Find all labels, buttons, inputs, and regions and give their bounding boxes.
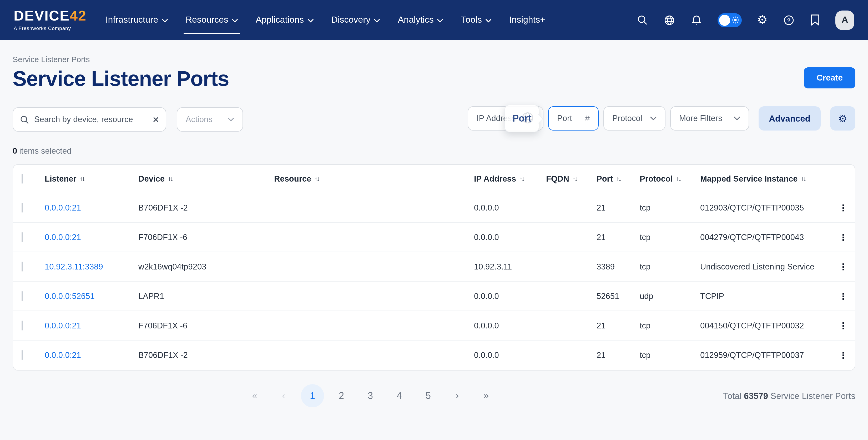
mapped-service-cell: 004279/QTCP/QTFTP00043 <box>700 232 832 242</box>
listener-link[interactable]: 0.0.0.0:21 <box>45 321 81 330</box>
listener-link[interactable]: 0.0.0.0:21 <box>45 232 81 241</box>
page-button-3[interactable]: 3 <box>359 384 382 407</box>
column-header-port[interactable]: Port↑↓ <box>596 174 640 183</box>
pagination-row: « ‹ 1 2 3 4 5 › » Total 63579 Service Li… <box>12 383 856 408</box>
protocol-cell: tcp <box>640 232 700 242</box>
row-menu-kebab-icon[interactable]: ⋮ <box>832 202 855 213</box>
mapped-service-cell: Undiscovered Listening Service <box>700 262 832 271</box>
listener-link[interactable]: 10.92.3.11:3389 <box>45 262 103 271</box>
nav-item-tools[interactable]: Tools <box>461 9 491 31</box>
sort-icon: ↑↓ <box>801 175 806 182</box>
row-checkbox[interactable] <box>22 202 23 212</box>
protocol-cell: udp <box>640 291 700 301</box>
create-button[interactable]: Create <box>804 67 856 88</box>
row-checkbox[interactable] <box>22 261 23 271</box>
page-button-1[interactable]: 1 <box>301 384 324 407</box>
bell-icon[interactable] <box>691 14 703 26</box>
help-icon[interactable]: ? <box>783 14 795 26</box>
actions-dropdown[interactable]: Actions <box>177 107 243 131</box>
brand-tagline: A Freshworks Company <box>14 25 87 31</box>
toolbar: ✕ Actions IP Address Port Port # <box>12 106 856 133</box>
row-menu-kebab-icon[interactable]: ⋮ <box>832 320 855 331</box>
toggle-knob <box>719 14 731 26</box>
protocol-cell: tcp <box>640 351 700 360</box>
port-drag-ghost: Port <box>504 105 539 132</box>
column-header-fqdn[interactable]: FQDN↑↓ <box>546 174 596 183</box>
clear-search-icon[interactable]: ✕ <box>152 115 159 124</box>
search-input[interactable] <box>34 115 148 124</box>
next-page-button[interactable]: › <box>445 384 469 407</box>
chevron-down-icon <box>486 19 491 22</box>
table-settings-gear-icon[interactable]: ⚙ <box>830 106 856 130</box>
nav-item-resources[interactable]: Resources <box>185 9 238 31</box>
sort-icon: ↑↓ <box>572 175 578 182</box>
table-row: 0.0.0.0:21 B706DF1X -2 0.0.0.0 21 tcp 01… <box>13 341 855 370</box>
first-page-button[interactable]: « <box>243 384 266 407</box>
row-menu-kebab-icon[interactable]: ⋮ <box>832 261 855 272</box>
gear-icon[interactable]: ⚙ <box>757 14 768 26</box>
row-checkbox[interactable] <box>22 291 23 301</box>
listener-ports-table: Listener↑↓ Device↑↓ Resource↑↓ IP Addres… <box>12 164 856 371</box>
page-button-2[interactable]: 2 <box>330 384 353 407</box>
protocol-cell: tcp <box>640 262 700 271</box>
port-filter-label: Port <box>557 114 572 123</box>
top-navbar: DEVICE42 A Freshworks Company Infrastruc… <box>0 0 868 40</box>
last-page-button[interactable]: » <box>474 384 498 407</box>
nav-item-infrastructure[interactable]: Infrastructure <box>105 9 167 31</box>
device-cell: LAPR1 <box>138 291 274 301</box>
theme-toggle[interactable] <box>718 13 742 27</box>
column-header-ip-address[interactable]: IP Address↑↓ <box>474 174 546 183</box>
nav-item-insights[interactable]: Insights+ <box>509 9 545 31</box>
advanced-button[interactable]: Advanced <box>758 106 820 130</box>
avatar[interactable]: A <box>835 10 854 30</box>
prev-page-button[interactable]: ‹ <box>272 384 295 407</box>
nav-item-analytics[interactable]: Analytics <box>398 9 443 31</box>
select-all-checkbox[interactable] <box>22 173 23 183</box>
ip-cell: 0.0.0.0 <box>474 321 546 330</box>
listener-link[interactable]: 0.0.0.0:52651 <box>45 291 95 300</box>
globe-icon[interactable] <box>663 14 676 26</box>
row-menu-kebab-icon[interactable]: ⋮ <box>832 232 855 242</box>
row-menu-kebab-icon[interactable]: ⋮ <box>832 291 855 301</box>
column-header-protocol[interactable]: Protocol↑↓ <box>640 174 700 183</box>
sort-icon: ↑↓ <box>519 175 525 182</box>
page-button-4[interactable]: 4 <box>388 384 411 407</box>
app-root: DEVICE42 A Freshworks Company Infrastruc… <box>0 0 868 440</box>
column-header-mapped-service-instance[interactable]: Mapped Service Instance↑↓ <box>700 174 832 183</box>
filter-protocol[interactable]: Protocol <box>603 106 665 130</box>
bookmark-icon[interactable] <box>810 14 820 26</box>
column-header-resource[interactable]: Resource↑↓ <box>274 174 474 183</box>
total-prefix: Total <box>723 391 742 400</box>
row-checkbox[interactable] <box>22 350 23 360</box>
row-menu-kebab-icon[interactable]: ⋮ <box>832 350 855 360</box>
chevron-down-icon <box>734 116 740 120</box>
row-checkbox[interactable] <box>22 232 23 242</box>
actions-label: Actions <box>186 115 213 124</box>
title-row: Service Listener Ports Create <box>12 67 856 90</box>
page-button-5[interactable]: 5 <box>416 384 440 407</box>
search-box: ✕ <box>12 107 166 131</box>
search-icon[interactable] <box>637 14 648 26</box>
filter-more-filters[interactable]: More Filters <box>670 106 749 130</box>
svg-text:?: ? <box>787 17 790 23</box>
nav-item-discovery[interactable]: Discovery <box>331 9 380 31</box>
brand-name: DEVICE42 <box>14 9 87 23</box>
page-content: Service Listener Ports Service Listener … <box>0 55 868 408</box>
listener-link[interactable]: 0.0.0.0:21 <box>45 351 81 359</box>
nav-item-applications[interactable]: Applications <box>256 9 313 31</box>
breadcrumb[interactable]: Service Listener Ports <box>12 55 856 64</box>
listener-link[interactable]: 0.0.0.0:21 <box>45 203 81 212</box>
table-header-row: Listener↑↓ Device↑↓ Resource↑↓ IP Addres… <box>13 165 855 193</box>
brand-accent: 42 <box>70 8 87 24</box>
column-header-listener[interactable]: Listener↑↓ <box>45 174 138 183</box>
chevron-down-icon <box>162 19 167 22</box>
chevron-down-icon <box>232 19 238 22</box>
total-count-text: Total 63579 Service Listener Ports <box>723 391 856 401</box>
column-header-device[interactable]: Device↑↓ <box>138 174 274 183</box>
brand-logo[interactable]: DEVICE42 A Freshworks Company <box>14 9 87 31</box>
row-checkbox[interactable] <box>22 320 23 330</box>
total-suffix: Service Listener Ports <box>770 391 856 400</box>
pagination: « ‹ 1 2 3 4 5 › » <box>243 384 503 407</box>
filter-port[interactable]: Port # <box>548 106 599 130</box>
more-filters-label: More Filters <box>679 114 722 123</box>
